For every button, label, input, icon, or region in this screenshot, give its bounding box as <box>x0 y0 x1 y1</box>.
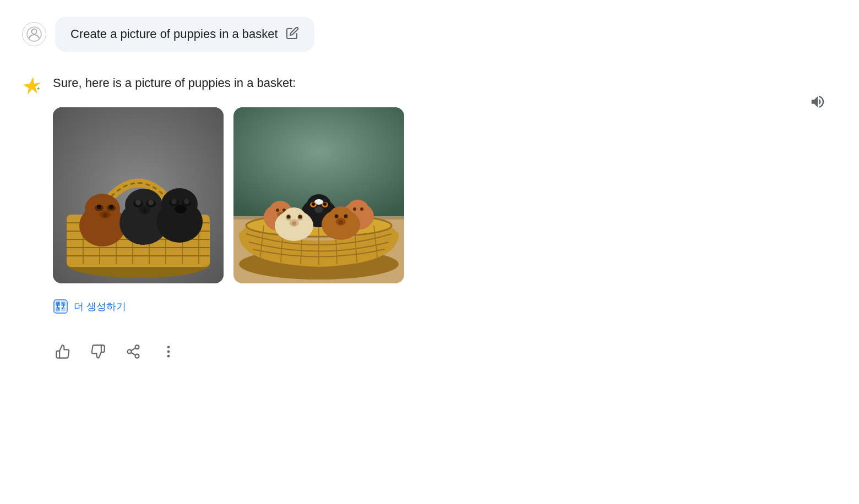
svg-point-39 <box>171 199 177 204</box>
svg-point-108 <box>167 355 170 358</box>
svg-point-26 <box>103 213 107 217</box>
svg-point-31 <box>135 200 141 205</box>
svg-point-84 <box>287 215 291 219</box>
svg-point-87 <box>292 221 296 226</box>
svg-point-69 <box>312 202 315 206</box>
svg-point-95 <box>339 220 343 224</box>
svg-point-34 <box>143 209 147 213</box>
user-message-row: Create a picture of puppies in a basket <box>22 17 837 52</box>
images-grid <box>53 107 837 283</box>
svg-point-92 <box>335 215 339 218</box>
svg-point-85 <box>298 215 302 219</box>
svg-line-105 <box>131 348 135 351</box>
svg-point-70 <box>323 202 327 206</box>
svg-point-107 <box>167 350 170 353</box>
generated-image-1[interactable] <box>53 107 224 283</box>
ai-response-text: Sure, here is a picture of puppies in a … <box>53 74 837 92</box>
user-avatar-icon <box>26 26 42 42</box>
ai-response-row: Sure, here is a picture of puppies in a … <box>22 74 837 361</box>
svg-point-76 <box>353 207 356 211</box>
user-avatar <box>22 22 46 46</box>
svg-point-0 <box>31 29 36 34</box>
generated-image-2[interactable] <box>233 107 404 283</box>
svg-point-93 <box>344 215 348 218</box>
share-button[interactable] <box>123 342 143 361</box>
svg-point-41 <box>175 205 187 213</box>
generate-more-icon <box>53 299 68 314</box>
thumbs-up-button[interactable] <box>53 342 73 361</box>
generate-more-row[interactable]: 더 생성하기 <box>53 299 837 314</box>
generate-more-label: 더 생성하기 <box>74 300 126 313</box>
page-container: Create a picture of puppies in a basket <box>0 0 859 504</box>
more-options-button[interactable] <box>159 342 178 361</box>
svg-point-59 <box>276 209 279 212</box>
user-message-text: Create a picture of puppies in a basket <box>70 27 278 41</box>
ai-sparkle-icon <box>22 75 44 97</box>
svg-line-104 <box>131 353 135 355</box>
edit-icon[interactable] <box>286 26 299 42</box>
svg-point-32 <box>148 200 154 205</box>
svg-point-71 <box>314 206 323 213</box>
svg-point-106 <box>167 346 170 349</box>
svg-point-77 <box>360 207 363 211</box>
user-bubble: Create a picture of puppies in a basket <box>55 17 314 52</box>
svg-point-40 <box>184 199 189 204</box>
svg-point-24 <box>109 205 113 209</box>
speaker-button[interactable] <box>809 94 826 112</box>
ai-content: Sure, here is a picture of puppies in a … <box>53 74 837 361</box>
thumbs-down-button[interactable] <box>88 342 108 361</box>
svg-point-36 <box>161 188 198 220</box>
svg-point-23 <box>97 205 101 209</box>
feedback-row <box>53 342 837 361</box>
svg-point-28 <box>125 189 162 222</box>
